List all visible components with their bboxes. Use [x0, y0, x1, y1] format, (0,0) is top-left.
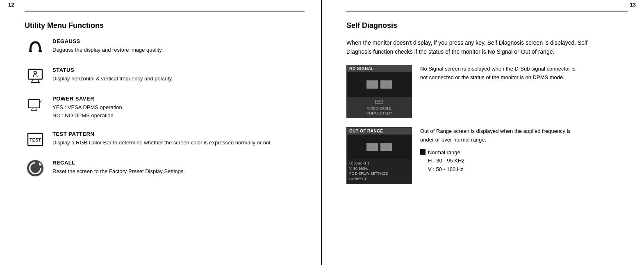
degauss-desc: Degauss the display and restore image qu… — [52, 46, 305, 54]
test-pattern-icon: TEST — [25, 131, 46, 148]
degauss-icon — [25, 38, 46, 55]
test-pattern-content: TEST PATTERN Display a RGB Color Bar to … — [52, 131, 305, 147]
svg-text:TEST: TEST — [30, 137, 41, 142]
no-signal-header: NO SIGNAL — [347, 65, 412, 72]
out-of-range-header: OUT OF RANGE — [347, 128, 412, 135]
no-signal-section: NO SIGNAL VIDEO CABLE CONNECTED? No Sign… — [346, 65, 628, 118]
power-saver-label: POWER SAVER — [52, 96, 305, 102]
menu-item-recall: RECALL Reset the screen to the Factory P… — [25, 160, 305, 177]
out-of-range-screen: OUT OF RANGE H: 30-95KHz V: 50-160Hz PC … — [346, 127, 412, 184]
recall-icon — [25, 160, 46, 177]
status-label: STATUS — [52, 67, 305, 73]
top-border-right — [346, 11, 628, 11]
power-saver-content: POWER SAVER YES : VESA DPMS operation. N… — [52, 96, 305, 119]
menu-item-status: STATUS Display horizontal & vertical fre… — [25, 67, 305, 84]
menu-item-test-pattern: TEST TEST PATTERN Display a RGB Color Ba… — [25, 131, 305, 148]
test-pattern-label: TEST PATTERN — [52, 131, 305, 137]
oor-desc-text: Out of Range screen is displayed when th… — [420, 128, 571, 143]
recall-content: RECALL Reset the screen to the Factory P… — [52, 160, 305, 176]
degauss-content: DEGAUSS Degauss the display and restore … — [52, 38, 305, 54]
no-signal-rect-2 — [380, 80, 392, 89]
svg-rect-7 — [28, 100, 40, 108]
no-signal-footer-line2: CONNECTED? — [349, 111, 409, 116]
oor-footer-line1: H: 30-95KHz — [349, 161, 409, 166]
menu-item-degauss: DEGAUSS Degauss the display and restore … — [25, 38, 305, 55]
no-signal-footer: VIDEO CABLE CONNECTED? — [347, 97, 412, 118]
menu-item-power-saver: Z z POWER SAVER YES : VESA DPMS operatio… — [25, 96, 305, 119]
top-border-left — [25, 11, 305, 11]
power-saver-icon: Z z — [25, 96, 46, 113]
out-of-range-description: Out of Range screen is displayed when th… — [420, 127, 576, 174]
recall-circle — [27, 160, 43, 176]
svg-point-6 — [34, 71, 36, 74]
no-signal-rect-1 — [366, 80, 378, 89]
no-signal-screen: NO SIGNAL VIDEO CABLE CONNECTED? — [346, 65, 412, 118]
status-icon — [25, 67, 46, 84]
out-of-range-rect-1 — [366, 143, 378, 151]
right-page: 13 Self Diagnosis When the monitor doesn… — [322, 0, 644, 265]
svg-text:z: z — [41, 99, 42, 102]
no-signal-footer-line1: VIDEO CABLE — [349, 106, 409, 111]
normal-label: Normal range — [428, 148, 464, 157]
out-of-range-section: OUT OF RANGE H: 30-95KHz V: 50-160Hz PC … — [346, 127, 628, 184]
no-signal-body — [347, 72, 412, 97]
no-signal-description: No Signal screen is displayed when the D… — [420, 65, 576, 82]
page-number-right: 13 — [630, 2, 636, 8]
v-range: V : 50 - 160 Hz — [428, 165, 464, 174]
power-saver-desc-1: YES : VESA DPMS operation. — [52, 103, 305, 112]
status-content: STATUS Display horizontal & vertical fre… — [52, 67, 305, 83]
degauss-label: DEGAUSS — [52, 38, 305, 44]
normal-range-text: Normal range H : 30 - 95 KHz V : 50 - 16… — [428, 148, 464, 174]
right-page-title: Self Diagnosis — [346, 21, 628, 30]
out-of-range-footer: H: 30-95KHz V: 50-160Hz PC DISPLAY SETTI… — [347, 159, 412, 183]
svg-rect-2 — [28, 69, 42, 79]
normal-range-box: Normal range H : 30 - 95 KHz V : 50 - 16… — [420, 148, 576, 174]
left-page-title: Utility Menu Functions — [25, 21, 305, 30]
oor-footer-line3: PC DISPLAY SETTINGS — [349, 171, 409, 176]
status-desc: Display horizontal & vertical frequency … — [52, 75, 305, 83]
test-pattern-desc: Display a RGB Color Bar to determine whe… — [52, 139, 305, 147]
self-diag-intro: When the monitor doesn't display, if you… — [346, 38, 609, 57]
recall-desc: Reset the screen to the Factory Preset D… — [52, 167, 305, 176]
normal-range-square — [420, 149, 426, 155]
h-range: H : 30 - 95 KHz — [428, 157, 464, 165]
page-number-left: 12 — [8, 2, 14, 8]
out-of-range-rect-2 — [380, 143, 392, 151]
svg-marker-15 — [39, 162, 42, 165]
oor-footer-line4: CORRECT? — [349, 176, 409, 182]
recall-label: RECALL — [52, 160, 305, 166]
left-page: 12 Utility Menu Functions DEGAUSS Degaus… — [0, 0, 322, 265]
power-saver-desc-2: NO : NO DPMS operation. — [52, 112, 305, 120]
out-of-range-body — [347, 135, 412, 159]
oor-footer-line2: V: 50-160Hz — [349, 166, 409, 171]
